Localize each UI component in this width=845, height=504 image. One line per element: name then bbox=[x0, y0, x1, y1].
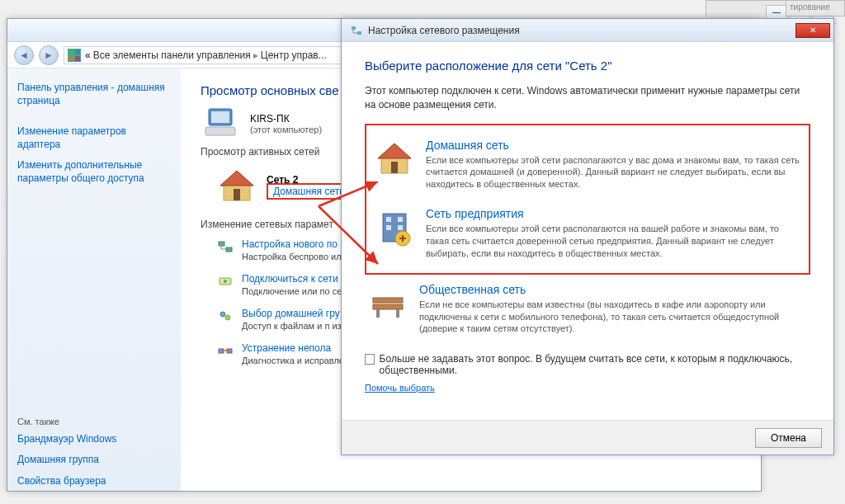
breadcrumb-item[interactable]: Все элементы панели управления bbox=[93, 49, 251, 61]
dialog-heading: Выберите расположение для сети "Сеть 2" bbox=[365, 59, 810, 73]
sidebar: Панель управления - домашняя страница Из… bbox=[7, 68, 181, 491]
choice-work-network[interactable]: Сеть предприятия Если все компьютеры это… bbox=[371, 199, 804, 268]
network-icon bbox=[350, 24, 363, 37]
house-icon bbox=[217, 166, 257, 205]
back-button[interactable]: ◄ bbox=[14, 45, 34, 65]
sidebar-firewall[interactable]: Брандмауэр Windows bbox=[17, 433, 171, 446]
choice-desc: Если не все компьютеры вам известны (вы … bbox=[419, 299, 807, 336]
dialog-footer: Отмена bbox=[342, 420, 833, 455]
svg-rect-16 bbox=[219, 349, 224, 353]
dialog-intro: Этот компьютер подключен к сети. Windows… bbox=[365, 84, 810, 112]
svg-rect-3 bbox=[75, 56, 80, 61]
choice-title: Сеть предприятия bbox=[426, 207, 800, 220]
svg-rect-0 bbox=[68, 49, 73, 54]
choice-home-network[interactable]: Домашняя сеть Если все компьютеры этой с… bbox=[371, 130, 804, 200]
sidebar-homegroup[interactable]: Домашняя группа bbox=[17, 454, 171, 467]
control-panel-icon bbox=[68, 49, 81, 62]
sidebar-sharing-settings[interactable]: Изменить дополнительные параметры общего… bbox=[17, 159, 171, 185]
svg-marker-23 bbox=[378, 144, 411, 158]
close-button[interactable]: ✕ bbox=[795, 23, 830, 38]
computer-label: (этот компьютер) bbox=[250, 125, 322, 134]
svg-rect-28 bbox=[386, 225, 391, 230]
svg-rect-29 bbox=[398, 225, 403, 230]
choice-title: Общественная сеть bbox=[419, 283, 807, 296]
computer-name: KIRS-ПК bbox=[250, 113, 322, 125]
svg-rect-33 bbox=[376, 309, 380, 318]
svg-point-15 bbox=[225, 315, 230, 320]
highlighted-choices: Домашняя сеть Если все компьютеры этой с… bbox=[365, 124, 810, 275]
dont-ask-checkbox[interactable] bbox=[365, 354, 375, 365]
sidebar-browser-props[interactable]: Свойства браузера bbox=[17, 475, 171, 488]
svg-rect-10 bbox=[219, 242, 224, 246]
connection-icon bbox=[217, 238, 234, 255]
breadcrumb-item[interactable]: Центр управ... bbox=[261, 49, 327, 61]
svg-rect-1 bbox=[75, 49, 80, 54]
svg-point-13 bbox=[224, 280, 227, 283]
svg-marker-8 bbox=[220, 171, 253, 186]
sidebar-adapter-settings[interactable]: Изменение параметров адаптера bbox=[17, 125, 171, 151]
homegroup-icon bbox=[217, 308, 234, 324]
sidebar-home[interactable]: Панель управления - домашняя страница bbox=[17, 82, 171, 107]
svg-rect-34 bbox=[396, 309, 399, 318]
svg-rect-32 bbox=[373, 304, 403, 309]
svg-rect-21 bbox=[357, 31, 361, 35]
help-link[interactable]: Помочь выбрать bbox=[365, 383, 810, 393]
dialog-titlebar: Настройка сетевого размещения ✕ bbox=[342, 19, 833, 42]
network-type-link[interactable]: Домашняя сеть bbox=[267, 183, 351, 200]
svg-rect-11 bbox=[226, 247, 232, 252]
troubleshoot-icon bbox=[217, 342, 234, 359]
office-icon bbox=[375, 207, 414, 247]
svg-rect-20 bbox=[352, 26, 356, 30]
choice-desc: Если все компьютеры этой сети располагаю… bbox=[426, 223, 800, 260]
minimize-button[interactable]: — bbox=[766, 5, 787, 20]
cancel-button[interactable]: Отмена bbox=[755, 428, 822, 448]
svg-rect-5 bbox=[211, 111, 229, 123]
network-location-dialog: Настройка сетевого размещения ✕ Выберите… bbox=[341, 18, 834, 455]
svg-rect-2 bbox=[68, 56, 73, 61]
svg-rect-26 bbox=[386, 217, 391, 222]
svg-rect-17 bbox=[227, 349, 232, 353]
bench-icon bbox=[368, 283, 408, 323]
forward-button[interactable]: ► bbox=[39, 45, 59, 65]
svg-rect-9 bbox=[234, 189, 240, 200]
svg-rect-27 bbox=[398, 217, 403, 222]
svg-point-14 bbox=[220, 312, 225, 317]
choice-title: Домашняя сеть bbox=[426, 139, 800, 152]
choice-desc: Если все компьютеры этой сети располагаю… bbox=[426, 154, 800, 191]
choice-public-network[interactable]: Общественная сеть Если не все компьютеры… bbox=[365, 275, 810, 344]
house-icon bbox=[375, 139, 414, 178]
dialog-title: Настройка сетевого размещения bbox=[368, 25, 520, 36]
checkbox-label: Больше не задавать этот вопрос. В будуще… bbox=[380, 353, 810, 376]
svg-rect-6 bbox=[205, 127, 235, 135]
svg-rect-31 bbox=[373, 298, 403, 303]
computer-icon bbox=[201, 107, 240, 139]
connect-icon bbox=[217, 273, 234, 290]
see-also-header: См. также bbox=[17, 417, 171, 426]
svg-rect-24 bbox=[391, 162, 398, 173]
